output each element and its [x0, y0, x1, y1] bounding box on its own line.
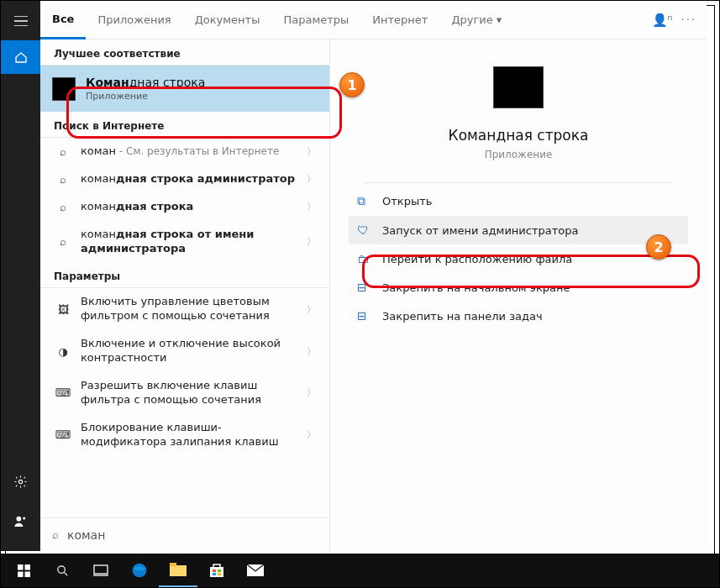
tab-apps[interactable]: Приложения — [86, 1, 182, 39]
svg-rect-4 — [24, 564, 30, 570]
web-result[interactable]: ⌕ командная строка 〉 — [40, 193, 329, 221]
web-result[interactable]: ⌕ командная строка администратор 〉 — [40, 165, 329, 193]
keyboard-icon: ⌨ — [54, 386, 72, 399]
mail-icon[interactable] — [236, 554, 275, 587]
contrast-icon: ◑ — [54, 345, 72, 358]
web-result[interactable]: ⌕ командная строка от имени администрато… — [40, 221, 329, 263]
tab-internet[interactable]: Интернет — [360, 1, 439, 39]
action-open[interactable]: ⧉ Открыть — [349, 186, 688, 216]
action-open-file-location[interactable]: 🗀 Перейти к расположению файла — [349, 244, 688, 273]
chevron-right-icon: 〉 — [307, 345, 316, 358]
svg-rect-16 — [218, 573, 221, 575]
start-button[interactable] — [4, 554, 43, 587]
best-match-title: Командная строка — [86, 76, 205, 89]
section-params: Параметры — [40, 262, 329, 288]
svg-rect-15 — [213, 573, 216, 575]
search-icon: ⌕ — [54, 173, 72, 186]
task-view-icon[interactable] — [81, 554, 120, 587]
best-match-subtitle: Приложение — [86, 91, 205, 102]
cmd-icon — [52, 77, 76, 101]
settings-result[interactable]: ◑ Включение и отключение высокой контрас… — [40, 330, 329, 372]
pin-icon: ⊟ — [357, 309, 376, 323]
palette-icon: 🖾 — [54, 303, 72, 316]
folder-icon: 🗀 — [357, 252, 376, 265]
svg-point-0 — [18, 480, 22, 483]
divider — [364, 182, 672, 183]
taskbar-search-icon[interactable] — [43, 554, 81, 587]
file-explorer-icon[interactable] — [159, 554, 197, 587]
keyboard-icon: ⌨ — [54, 428, 72, 441]
account-icon[interactable] — [1, 501, 40, 541]
section-best-match: Лучшее соответствие — [40, 39, 329, 66]
svg-rect-6 — [24, 571, 30, 577]
preview-title: Командная строка — [449, 127, 589, 144]
tab-all[interactable]: Все — [40, 2, 86, 39]
cmd-icon — [493, 66, 544, 108]
annotation-badge-1: 1 — [339, 72, 365, 97]
settings-result[interactable]: ⌨ Разрешить включение клавиш фильтра с п… — [40, 372, 329, 414]
section-web: Поиск в Интернете — [40, 112, 329, 138]
preview-pane: Командная строка Приложение ⧉ Открыть 🛡 … — [330, 39, 707, 551]
chevron-down-icon: ▾ — [497, 13, 502, 26]
preview-subtitle: Приложение — [485, 149, 553, 160]
chevron-right-icon: 〉 — [307, 201, 316, 213]
start-left-rail — [1, 1, 40, 551]
filter-tabs: Все Приложения Документы Параметры Интер… — [40, 1, 707, 39]
settings-result[interactable]: ⌨ Блокирование клавиши-модификатора зали… — [40, 414, 329, 456]
chevron-right-icon: 〉 — [307, 235, 316, 248]
svg-rect-8 — [94, 565, 108, 574]
search-icon: ⌕ — [54, 145, 72, 158]
chevron-right-icon: 〉 — [307, 303, 316, 316]
action-run-as-admin[interactable]: 🛡 Запуск от имени администратора — [349, 216, 688, 244]
chevron-right-icon: 〉 — [307, 428, 316, 441]
svg-rect-5 — [18, 571, 24, 577]
svg-point-7 — [57, 565, 65, 573]
chevron-right-icon: 〉 — [307, 386, 316, 399]
tab-settings[interactable]: Параметры — [271, 1, 360, 39]
svg-rect-3 — [18, 564, 24, 570]
results-list: Лучшее соответствие Командная строка При… — [40, 39, 330, 551]
shield-icon: 🛡 — [357, 223, 376, 237]
best-match-item[interactable]: Командная строка Приложение — [40, 66, 329, 112]
tab-more[interactable]: Другие▾ — [439, 1, 513, 39]
hamburger-icon[interactable] — [1, 1, 40, 40]
store-icon[interactable] — [197, 554, 236, 587]
svg-rect-14 — [218, 570, 221, 572]
action-pin-start[interactable]: ⊟ Закрепить на начальном экране — [349, 273, 688, 302]
chevron-right-icon: 〉 — [307, 145, 316, 158]
ellipsis-icon[interactable]: ··· — [681, 13, 696, 26]
feedback-icon[interactable]: 👤ⁿ — [652, 13, 673, 28]
search-icon: ⌕ — [52, 528, 59, 541]
search-panel: Все Приложения Документы Параметры Интер… — [40, 1, 707, 551]
settings-result[interactable]: 🖾 Включить управление цветовым фильтром … — [40, 288, 329, 330]
search-input[interactable]: ⌕ коман — [40, 517, 329, 551]
action-pin-taskbar[interactable]: ⊟ Закрепить на панели задач — [349, 302, 688, 330]
annotation-badge-2: 2 — [646, 234, 671, 260]
svg-rect-12 — [210, 567, 223, 577]
edge-icon[interactable] — [120, 554, 159, 587]
pin-icon: ⊟ — [357, 281, 376, 294]
gear-icon[interactable] — [1, 462, 40, 501]
search-icon: ⌕ — [54, 235, 72, 248]
home-icon[interactable] — [1, 40, 40, 74]
web-result[interactable]: ⌕ коман - См. результаты в Интернете 〉 — [40, 138, 329, 165]
svg-point-1 — [17, 517, 22, 522]
svg-rect-10 — [170, 565, 187, 576]
svg-rect-13 — [213, 570, 216, 572]
search-icon: ⌕ — [54, 201, 72, 213]
chevron-right-icon: 〉 — [307, 173, 316, 186]
search-query-text: коман — [67, 528, 105, 542]
taskbar — [1, 554, 719, 587]
open-icon: ⧉ — [357, 194, 376, 208]
svg-point-2 — [23, 517, 25, 519]
tab-documents[interactable]: Документы — [183, 1, 272, 39]
svg-rect-11 — [170, 563, 176, 566]
